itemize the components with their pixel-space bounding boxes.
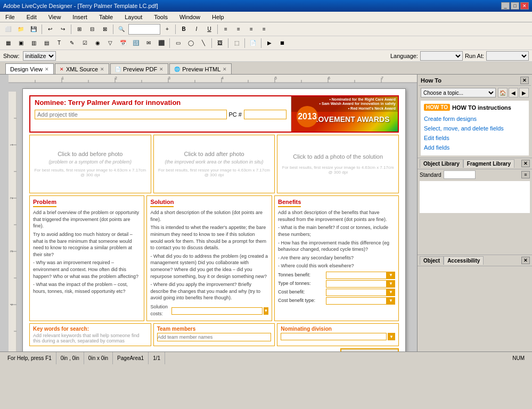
photo-solution[interactable]: Click to add a photo of the solution For… <box>277 135 399 193</box>
photo-after[interactable]: Click to add after photo (the improved w… <box>153 135 275 193</box>
obj-panel-controls[interactable]: ✕ <box>521 257 530 264</box>
how-to-link-2[interactable]: Select, move, and delete fields <box>424 124 526 133</box>
type-tonnes-input[interactable] <box>326 280 387 288</box>
cost-benefit-type-dropdown[interactable]: ▼ <box>387 297 395 305</box>
tool4-button[interactable]: ▤ <box>40 38 52 48</box>
tonnes-benefit-dropdown[interactable]: ▼ <box>387 272 395 279</box>
tool9-button[interactable]: ▽ <box>104 38 116 48</box>
home-icon[interactable]: 🏠 <box>498 88 508 97</box>
tool12-button[interactable]: ✉ <box>143 38 154 48</box>
grid3-button[interactable]: ⊠ <box>99 24 111 35</box>
how-to-close-btn[interactable]: ✕ <box>520 77 529 84</box>
solution-costs-dropdown[interactable]: ▼ <box>264 307 268 315</box>
tab-fragment-library[interactable]: Fragment Library <box>463 159 514 168</box>
page-button[interactable]: 📄 <box>247 38 259 48</box>
how-to-link-3[interactable]: Edit fields <box>424 133 526 143</box>
language-select[interactable] <box>420 51 463 61</box>
nominating-dropdown[interactable]: ▼ <box>388 333 395 340</box>
menu-insert[interactable]: Insert <box>69 13 91 21</box>
team-input[interactable] <box>157 333 272 341</box>
align-center-button[interactable]: ≡ <box>233 24 244 35</box>
close-button[interactable]: ✕ <box>520 2 529 10</box>
show-select[interactable]: initialize <box>23 51 56 61</box>
menu-layout[interactable]: Layout <box>121 13 145 21</box>
tab-preview-html[interactable]: 🌐 Preview HTML ✕ <box>169 63 232 74</box>
tab-object[interactable]: Object <box>420 256 444 265</box>
tool10-button[interactable]: 📅 <box>117 38 129 48</box>
menu-window[interactable]: Window <box>176 13 203 21</box>
topic-select[interactable]: Choose a topic... <box>421 88 496 97</box>
solution-costs-input[interactable] <box>171 307 263 315</box>
project-title-input[interactable] <box>35 110 227 119</box>
shape1-button[interactable]: ▭ <box>172 38 184 48</box>
tab-design-view[interactable]: Design View ✕ <box>5 63 54 74</box>
obj-lib-controls[interactable]: ✕ <box>521 160 530 167</box>
subform-button[interactable]: ⬚ <box>231 38 242 48</box>
grid-button[interactable]: ⊞ <box>73 24 85 35</box>
tab-xml-source-close[interactable]: ✕ <box>100 67 104 72</box>
canvas-scroll-area[interactable]: 1 2 3 4 5 <box>9 83 417 351</box>
menu-file[interactable]: File <box>2 13 18 21</box>
menu-edit[interactable]: Edit <box>23 13 40 21</box>
preview-button[interactable]: ▶ <box>264 38 275 48</box>
tool1-button[interactable]: ▦ <box>2 38 14 48</box>
menu-view[interactable]: View <box>45 13 64 21</box>
tab-accessibility[interactable]: Accessibility <box>444 256 484 265</box>
bold-button[interactable]: B <box>178 24 190 35</box>
zoom-out-button[interactable]: 🔍 <box>116 24 127 35</box>
tool13-button[interactable]: ⬛ <box>155 38 167 48</box>
tool7-button[interactable]: ☑ <box>79 38 91 48</box>
maximize-button[interactable]: □ <box>511 2 519 10</box>
menu-table[interactable]: Table <box>96 13 116 21</box>
tool8-button[interactable]: ◉ <box>92 38 103 48</box>
align-left-button[interactable]: ≡ <box>220 24 232 35</box>
tool3-button[interactable]: ▥ <box>28 38 39 48</box>
shape2-button[interactable]: ◯ <box>185 38 197 48</box>
zoom-in-button[interactable]: + <box>161 24 173 35</box>
shape3-button[interactable]: ╲ <box>198 38 209 48</box>
back-icon[interactable]: ◀ <box>509 88 518 97</box>
align-right-button[interactable]: ≡ <box>245 24 257 35</box>
stop-button[interactable]: ⏹ <box>276 38 288 48</box>
tonnes-benefit-input[interactable] <box>326 272 387 279</box>
img-button[interactable]: 🖼 <box>214 38 226 48</box>
tab-object-library[interactable]: Object Library <box>420 159 463 168</box>
tab-preview-pdf-close[interactable]: ✕ <box>159 67 163 72</box>
obj-lib-search[interactable] <box>444 170 476 179</box>
grid2-button[interactable]: ⊟ <box>86 24 98 35</box>
tool2-button[interactable]: ▣ <box>15 38 27 48</box>
cost-benefit-input[interactable] <box>326 289 387 296</box>
undo-button[interactable]: ↩ <box>44 24 56 35</box>
obj-lib-close-btn[interactable]: ✕ <box>521 160 530 167</box>
tool11-button[interactable]: 🔢 <box>130 38 142 48</box>
how-to-controls[interactable]: ✕ <box>520 77 529 84</box>
new-button[interactable]: ⬜ <box>2 24 14 35</box>
tab-preview-pdf[interactable]: 📄 Preview PDF ✕ <box>110 63 168 74</box>
nominating-input[interactable] <box>281 333 387 340</box>
tab-xml-source[interactable]: ✕ XML Source ✕ <box>55 63 109 74</box>
submit-button[interactable]: Submit by Email <box>340 348 399 351</box>
tab-preview-html-close[interactable]: ✕ <box>223 67 227 72</box>
type-tonnes-dropdown[interactable]: ▼ <box>387 280 395 288</box>
menu-help[interactable]: Help <box>209 13 227 21</box>
zoom-input[interactable]: 81% <box>128 24 160 35</box>
tool5-button[interactable]: T <box>53 38 65 48</box>
obj-panel-close-btn[interactable]: ✕ <box>521 257 530 264</box>
window-controls[interactable]: _ □ ✕ <box>501 2 529 10</box>
pc-input[interactable] <box>244 110 287 119</box>
cost-benefit-type-input[interactable] <box>326 297 387 305</box>
menu-tools[interactable]: Tools <box>151 13 171 21</box>
how-to-link-1[interactable]: Create form designs <box>424 114 526 124</box>
cost-benefit-dropdown[interactable]: ▼ <box>387 289 395 296</box>
tool6-button[interactable]: ✎ <box>66 38 78 48</box>
runat-select[interactable] <box>486 51 529 61</box>
italic-button[interactable]: I <box>191 24 202 35</box>
align-justify-button[interactable]: ≡ <box>258 24 270 35</box>
redo-button[interactable]: ↪ <box>57 24 69 35</box>
save-button[interactable]: 💾 <box>28 24 39 35</box>
open-button[interactable]: 📁 <box>15 24 27 35</box>
photo-before[interactable]: Click to add before photo (problem or a … <box>29 135 151 193</box>
forward-icon[interactable]: ▶ <box>519 88 529 97</box>
obj-lib-menu-btn[interactable]: ≡ <box>521 171 530 178</box>
how-to-link-4[interactable]: Add fields <box>424 143 526 152</box>
